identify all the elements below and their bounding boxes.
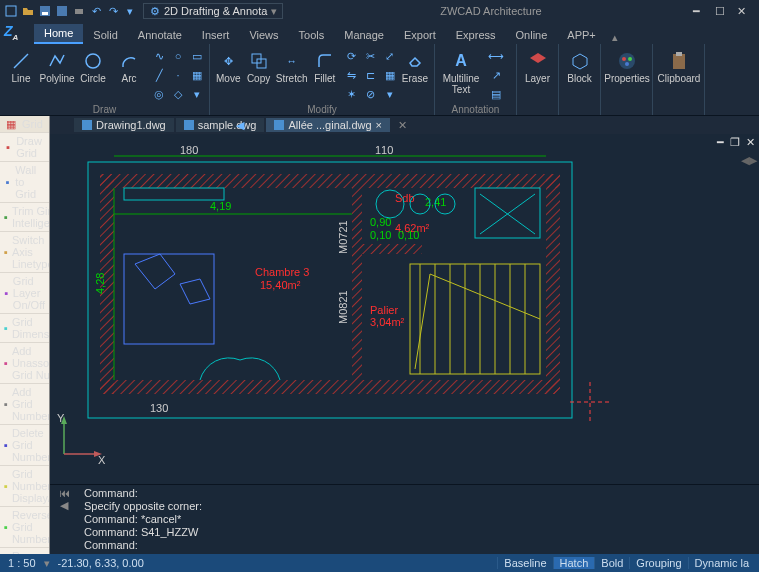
sidebar-item[interactable]: ▪Add Unassociated Grid Number — [0, 343, 49, 384]
svg-text:X: X — [98, 454, 106, 466]
layer-button[interactable]: Layer — [521, 48, 554, 86]
model-tab-nav: ⏮ ◀ — [50, 485, 78, 554]
status-toggle-hatch[interactable]: Hatch — [553, 557, 595, 569]
table-icon[interactable]: ▤ — [488, 86, 504, 102]
zoom-scale[interactable]: 1 : 50 — [4, 557, 40, 569]
menu-tab-online[interactable]: Online — [506, 26, 558, 44]
expand-icon[interactable]: ▾ — [189, 86, 205, 102]
sidebar-item[interactable]: ▪Grid Dimension — [0, 314, 49, 343]
sidebar-item[interactable]: ▪Reverse Grid Number — [0, 507, 49, 548]
sidebar-item[interactable]: ▪Wall to Grid — [0, 162, 49, 203]
qat-save-icon[interactable] — [38, 4, 52, 18]
doc-new-icon[interactable]: ✕ — [398, 119, 407, 132]
leader-icon[interactable]: ↗ — [488, 67, 504, 83]
mirror-icon[interactable]: ⇋ — [344, 67, 360, 83]
sidebar-item[interactable]: ▪Grid Number Display/Hide — [0, 466, 49, 507]
svg-text:0,10: 0,10 — [398, 229, 419, 241]
hatch-icon[interactable]: ▦ — [189, 67, 205, 83]
svg-text:M0721: M0721 — [337, 220, 349, 254]
modify-expand-icon[interactable]: ▾ — [382, 86, 398, 102]
mtab-first-icon[interactable]: ⏮ — [59, 487, 70, 499]
menu-tab-views[interactable]: Views — [239, 26, 288, 44]
sidebar-item[interactable]: ▪Add Grid Number — [0, 384, 49, 425]
rect-icon[interactable]: ▭ — [189, 48, 205, 64]
move-button[interactable]: ✥Move — [214, 48, 242, 86]
menu-tab-tools[interactable]: Tools — [289, 26, 335, 44]
vp-minimize-icon[interactable]: ━ — [717, 136, 724, 149]
stretch-button[interactable]: ↔Stretch — [275, 48, 309, 86]
doc-close-icon[interactable]: × — [376, 119, 382, 131]
status-toggle-grouping[interactable]: Grouping — [629, 557, 687, 569]
qat-saveas-icon[interactable] — [55, 4, 69, 18]
status-toggle-bold[interactable]: Bold — [594, 557, 629, 569]
close-button[interactable]: ✕ — [737, 5, 749, 17]
viewport[interactable]: ━ ❐ ✕ ◀▶ 180 110 — [50, 134, 759, 484]
sidebar-item[interactable]: ▪Delete Grid Number — [0, 425, 49, 466]
vp-close-icon[interactable]: ✕ — [746, 136, 755, 149]
status-toggle-dynamic la[interactable]: Dynamic la — [688, 557, 755, 569]
mtab-prev-icon[interactable]: ◀ — [60, 499, 68, 512]
workspace-dropdown[interactable]: ⚙ 2D Drafting & Annota ▾ — [143, 3, 283, 19]
svg-rect-21 — [352, 188, 362, 380]
doc-tab[interactable]: Allée ...ginal.dwg × — [266, 118, 390, 132]
tab-nav-bar[interactable]: ◀▶ — [741, 154, 757, 167]
doc-tab[interactable]: Drawing1.dwg — [74, 118, 174, 132]
menu-tab-insert[interactable]: Insert — [192, 26, 240, 44]
ray-icon[interactable]: ╱ — [151, 67, 167, 83]
svg-point-11 — [628, 57, 632, 61]
minimize-button[interactable]: ━ — [693, 5, 705, 17]
qat-open-icon[interactable] — [21, 4, 35, 18]
trim-icon[interactable]: ✂ — [363, 48, 379, 64]
qat-more-icon[interactable]: ▾ — [123, 4, 137, 18]
region-icon[interactable]: ◇ — [170, 86, 186, 102]
mtext-button[interactable]: AMultiline Text — [439, 48, 483, 97]
erase-button[interactable]: Erase — [400, 48, 430, 86]
sidebar-item[interactable]: ▪Switch Axis Linetype — [0, 232, 49, 273]
menu-tab-express[interactable]: Express — [446, 26, 506, 44]
array-icon[interactable]: ▦ — [382, 67, 398, 83]
donut-icon[interactable]: ◎ — [151, 86, 167, 102]
properties-button[interactable]: Properties — [605, 48, 649, 86]
command-line[interactable]: Command:Specify opposite corner:Command:… — [78, 485, 759, 554]
menu-tab-solid[interactable]: Solid — [83, 26, 127, 44]
menu-tab-manage[interactable]: Manage — [334, 26, 394, 44]
sidebar-item[interactable]: ▪Draw Grid — [0, 133, 49, 162]
rotate-icon[interactable]: ⟳ — [344, 48, 360, 64]
arc-button[interactable]: Arc — [112, 48, 146, 86]
break-icon[interactable]: ⊘ — [363, 86, 379, 102]
sidebar-item[interactable]: ▪Rearrange Grid Number — [0, 548, 49, 554]
menu-tab-export[interactable]: Export — [394, 26, 446, 44]
menu-tab-annotate[interactable]: Annotate — [128, 26, 192, 44]
scale-icon[interactable]: ⤢ — [382, 48, 398, 64]
clipboard-button[interactable]: Clipboard — [657, 48, 701, 86]
ribbon-collapse-icon[interactable]: ▴ — [612, 31, 618, 44]
fillet-button[interactable]: Fillet — [311, 48, 339, 86]
sidebar-item[interactable]: ▪Trim Gird Intelligently — [0, 203, 49, 232]
menu-tab-home[interactable]: Home — [34, 24, 83, 44]
polyline-button[interactable]: Polyline — [40, 48, 74, 86]
doc-tab[interactable]: sample.dwg — [176, 118, 265, 132]
copy-button[interactable]: Copy — [244, 48, 272, 86]
svg-rect-0 — [6, 6, 16, 16]
qat-undo-icon[interactable]: ↶ — [89, 4, 103, 18]
svg-point-6 — [86, 54, 100, 68]
sidebar-item[interactable]: ▪Grid Layer On/Off — [0, 273, 49, 314]
status-toggle-baseline[interactable]: Baseline — [497, 557, 552, 569]
line-button[interactable]: Line — [4, 48, 38, 86]
menu-tab-app+[interactable]: APP+ — [557, 26, 605, 44]
qat-new-icon[interactable] — [4, 4, 18, 18]
block-button[interactable]: Block — [563, 48, 596, 86]
tab-nav-left-icon[interactable]: ◀ — [236, 119, 244, 132]
offset-icon[interactable]: ⊏ — [363, 67, 379, 83]
sidebar-header-grid[interactable]: ▦Grid — [0, 116, 49, 133]
dim-icon[interactable]: ⟷ — [488, 48, 504, 64]
spline-icon[interactable]: ∿ — [151, 48, 167, 64]
vp-restore-icon[interactable]: ❐ — [730, 136, 740, 149]
point-icon[interactable]: · — [170, 67, 186, 83]
maximize-button[interactable]: ☐ — [715, 5, 727, 17]
explode-icon[interactable]: ✶ — [344, 86, 360, 102]
qat-print-icon[interactable] — [72, 4, 86, 18]
ellipse-icon[interactable]: ○ — [170, 48, 186, 64]
qat-redo-icon[interactable]: ↷ — [106, 4, 120, 18]
circle-button[interactable]: Circle — [76, 48, 110, 86]
